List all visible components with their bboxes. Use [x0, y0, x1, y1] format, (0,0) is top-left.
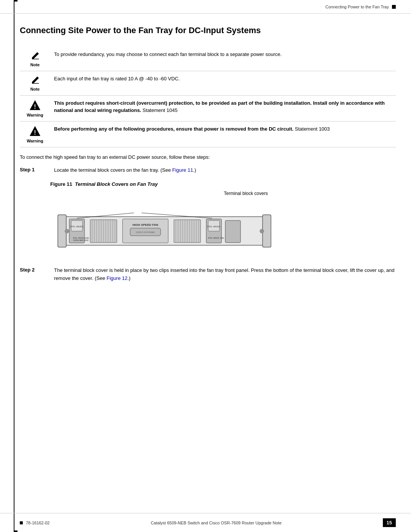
notice-warning-1: ! Warning This product requires short-ci…	[20, 96, 396, 121]
figure-11-caption: Figure 11 Terminal Block Covers on Fan T…	[50, 181, 396, 187]
page-container: Connecting Power to the Fan Tray Connect…	[0, 0, 411, 532]
note-1-icon-col: Note	[20, 51, 50, 67]
footer-bar: 78-16162-02 Catalyst 6509-NEB Switch and…	[0, 513, 411, 532]
header-text: Connecting Power to the Fan Tray	[325, 5, 396, 9]
warning-2-text: Before performing any of the following p…	[50, 125, 396, 133]
terminal-block-covers-label: Terminal block covers	[96, 191, 396, 196]
footer-left: 78-16162-02	[20, 521, 49, 525]
warning-2-icon-col: ! Warning	[20, 125, 50, 143]
main-content: Connecting Site Power to the Fan Tray fo…	[20, 14, 396, 513]
step-2-row: Step 2 The terminal block cover is held …	[20, 267, 396, 283]
step-1-text-before: Locate the terminal block covers on the …	[54, 167, 172, 173]
note-2-icon-col: Note	[20, 75, 50, 91]
step-1-figure-link[interactable]: Figure 11	[172, 167, 193, 173]
svg-point-13	[66, 230, 68, 232]
svg-text:HIGH SPEED FAN: HIGH SPEED FAN	[132, 223, 158, 227]
notice-note-1: Note To provide redundancy, you may choo…	[20, 47, 396, 71]
step-2-text-after: .)	[127, 275, 131, 281]
svg-text:RTN -48VDC GND: RTN -48VDC GND	[208, 237, 224, 239]
note-icon-2	[30, 75, 40, 86]
left-border	[14, 0, 14, 532]
intro-paragraph: To connect the high speed fan tray to an…	[20, 153, 396, 161]
step-1-label: Step 1	[20, 166, 50, 173]
svg-rect-50	[225, 220, 241, 243]
step-2-text-before: The terminal block cover is held in plac…	[54, 267, 395, 281]
warning-1-text: This product requires short-circuit (ove…	[50, 99, 396, 114]
note-2-text: Each input of the fan tray is rated 10 A…	[50, 75, 396, 83]
fan-tray-diagram: RTN -48VDC RTN -48VDC GND C6509-NEB FAN2	[50, 198, 279, 259]
header-title: Connecting Power to the Fan Tray	[325, 5, 389, 9]
header-square	[392, 5, 396, 9]
note-2-label: Note	[30, 87, 40, 91]
footer-black-square	[20, 521, 23, 524]
warning-2-label: Warning	[27, 139, 43, 143]
warning-icon-1: !	[29, 99, 41, 112]
svg-text:!: !	[34, 104, 36, 110]
svg-text:RTN -48VDC: RTN -48VDC	[70, 225, 84, 228]
warning-icon-2: !	[29, 125, 41, 137]
note-1-label: Note	[30, 62, 40, 67]
notice-note-2: Note Each input of the fan tray is rated…	[20, 71, 396, 96]
svg-text:CISCO SYSTEMS: CISCO SYSTEMS	[136, 231, 155, 233]
warning-1-bold-text: This product requires short-circuit (ove…	[54, 100, 385, 113]
footer-doc-number: 78-16162-02	[26, 521, 49, 525]
footer-center-text: Catalyst 6509-NEB Switch and Cisco OSR-7…	[49, 521, 382, 525]
svg-point-48	[261, 230, 263, 232]
svg-text:C6509-NEB FAN2: C6509-NEB FAN2	[73, 239, 89, 241]
figure-11-container: Figure 11 Terminal Block Covers on Fan T…	[50, 181, 396, 260]
warning-1-icon-col: ! Warning	[20, 99, 50, 117]
step-2-label: Step 2	[20, 267, 50, 273]
page-title: Connecting Site Power to the Fan Tray fo…	[20, 25, 396, 36]
figure-11-title: Terminal Block Covers on Fan Tray	[75, 181, 158, 187]
notice-warning-2: ! Warning Before performing any of the f…	[20, 121, 396, 147]
svg-text:RTN -48VDC: RTN -48VDC	[207, 225, 221, 228]
step-1-text: Locate the terminal block covers on the …	[50, 166, 396, 174]
warning-2-normal-text: Statement 1003	[293, 126, 330, 132]
step-1-text-after: .)	[193, 167, 196, 173]
note-1-text: To provide redundancy, you may choose to…	[50, 51, 396, 58]
warning-2-bold-text: Before performing any of the following p…	[54, 126, 293, 132]
warning-1-normal-text: Statement 1045	[141, 107, 177, 113]
header-bar: Connecting Power to the Fan Tray	[0, 0, 411, 14]
step-2-text: The terminal block cover is held in plac…	[50, 267, 396, 283]
note-icon-1	[30, 51, 40, 61]
step-1-row: Step 1 Locate the terminal block covers …	[20, 166, 396, 174]
warning-1-label: Warning	[27, 113, 43, 117]
svg-text:!: !	[34, 129, 36, 136]
step-2-figure-link[interactable]: Figure 12	[107, 275, 127, 281]
footer-page-number: 15	[383, 518, 396, 527]
figure-11-number: Figure 11	[50, 181, 72, 187]
